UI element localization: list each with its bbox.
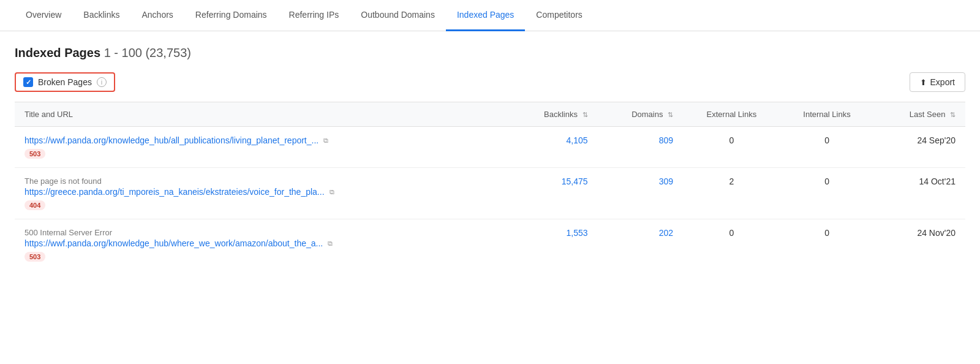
cell-backlinks: 15,475 bbox=[509, 168, 598, 219]
page-title: Indexed Pages bbox=[15, 46, 100, 59]
cell-external-links: 0 bbox=[683, 127, 780, 168]
cell-url: https://wwf.panda.org/knowledge_hub/all_… bbox=[15, 127, 509, 168]
cell-backlinks: 1,553 bbox=[509, 219, 598, 271]
col-header-internal: Internal Links bbox=[780, 102, 874, 127]
col-header-lastseen[interactable]: Last Seen ⇅ bbox=[873, 102, 965, 127]
cell-internal-links: 0 bbox=[780, 168, 874, 219]
cell-last-seen: 24 Sep'20 bbox=[873, 127, 965, 168]
page-range-count: 1 - 100 (23,753) bbox=[104, 46, 191, 59]
status-badge: 503 bbox=[24, 149, 45, 159]
col-header-backlinks[interactable]: Backlinks ⇅ bbox=[509, 102, 598, 127]
export-button[interactable]: ⬆ Export bbox=[910, 72, 965, 92]
tab-competitors[interactable]: Competitors bbox=[525, 0, 593, 31]
sort-icon-lastseen: ⇅ bbox=[950, 111, 956, 119]
backlinks-link[interactable]: 15,475 bbox=[562, 176, 588, 186]
cell-domains: 809 bbox=[598, 127, 683, 168]
sort-icon-domains: ⇅ bbox=[668, 111, 673, 119]
cell-last-seen: 14 Oct'21 bbox=[873, 168, 965, 219]
domains-link[interactable]: 202 bbox=[659, 228, 673, 238]
page-heading: Indexed Pages 1 - 100 (23,753) bbox=[15, 46, 965, 60]
cell-internal-links: 0 bbox=[780, 127, 874, 168]
status-badge: 404 bbox=[24, 200, 45, 210]
page-title-text: The page is not found bbox=[24, 176, 499, 186]
domains-link[interactable]: 309 bbox=[659, 176, 673, 186]
tab-backlinks[interactable]: Backlinks bbox=[72, 0, 130, 31]
cell-url: The page is not foundhttps://greece.pand… bbox=[15, 168, 509, 219]
export-label: Export bbox=[930, 77, 955, 87]
cell-domains: 202 bbox=[598, 219, 683, 271]
external-link-icon: ⧉ bbox=[330, 188, 334, 196]
url-link[interactable]: https://wwf.panda.org/knowledge_hub/all_… bbox=[24, 135, 318, 145]
filter-left: Broken Pages i bbox=[15, 72, 115, 92]
cell-domains: 309 bbox=[598, 168, 683, 219]
table-row: The page is not foundhttps://greece.pand… bbox=[15, 168, 965, 219]
col-header-external: External Links bbox=[683, 102, 780, 127]
navigation-tabs: Overview Backlinks Anchors Referring Dom… bbox=[0, 0, 980, 31]
page-title-text: 500 Internal Server Error bbox=[24, 228, 499, 237]
external-link-icon: ⧉ bbox=[328, 240, 333, 248]
external-link-icon: ⧉ bbox=[323, 137, 328, 145]
sort-icon-backlinks: ⇅ bbox=[582, 111, 588, 119]
broken-pages-filter[interactable]: Broken Pages i bbox=[15, 72, 115, 92]
cell-external-links: 2 bbox=[683, 168, 780, 219]
data-table: Title and URL Backlinks ⇅ Domains ⇅ Exte… bbox=[15, 102, 965, 270]
tab-anchors[interactable]: Anchors bbox=[131, 0, 184, 31]
table-row: https://wwf.panda.org/knowledge_hub/all_… bbox=[15, 127, 965, 168]
main-content: Indexed Pages 1 - 100 (23,753) Broken Pa… bbox=[0, 31, 980, 285]
backlinks-link[interactable]: 4,105 bbox=[567, 135, 588, 145]
url-link[interactable]: https://greece.panda.org/ti_mporeis_na_k… bbox=[24, 187, 325, 197]
info-icon[interactable]: i bbox=[97, 77, 107, 87]
tab-overview[interactable]: Overview bbox=[15, 0, 72, 31]
col-header-domains[interactable]: Domains ⇅ bbox=[598, 102, 683, 127]
broken-pages-label: Broken Pages bbox=[38, 77, 92, 87]
cell-external-links: 0 bbox=[683, 219, 780, 271]
broken-pages-checkbox[interactable] bbox=[23, 77, 33, 87]
tab-outbound-domains[interactable]: Outbound Domains bbox=[350, 0, 446, 31]
backlinks-link[interactable]: 1,553 bbox=[567, 228, 588, 238]
cell-internal-links: 0 bbox=[780, 219, 874, 271]
domains-link[interactable]: 809 bbox=[659, 135, 673, 145]
tab-referring-domains[interactable]: Referring Domains bbox=[184, 0, 278, 31]
table-row: 500 Internal Server Errorhttps://wwf.pan… bbox=[15, 219, 965, 271]
export-icon: ⬆ bbox=[920, 78, 927, 87]
filter-row: Broken Pages i ⬆ Export bbox=[15, 72, 965, 92]
table-header-row: Title and URL Backlinks ⇅ Domains ⇅ Exte… bbox=[15, 102, 965, 127]
cell-last-seen: 24 Nov'20 bbox=[873, 219, 965, 271]
status-badge: 503 bbox=[24, 252, 45, 262]
cell-backlinks: 4,105 bbox=[509, 127, 598, 168]
cell-url: 500 Internal Server Errorhttps://wwf.pan… bbox=[15, 219, 509, 271]
url-link[interactable]: https://wwf.panda.org/knowledge_hub/wher… bbox=[24, 238, 323, 248]
tab-indexed-pages[interactable]: Indexed Pages bbox=[446, 0, 525, 31]
tab-referring-ips[interactable]: Referring IPs bbox=[278, 0, 350, 31]
col-header-url: Title and URL bbox=[15, 102, 509, 127]
